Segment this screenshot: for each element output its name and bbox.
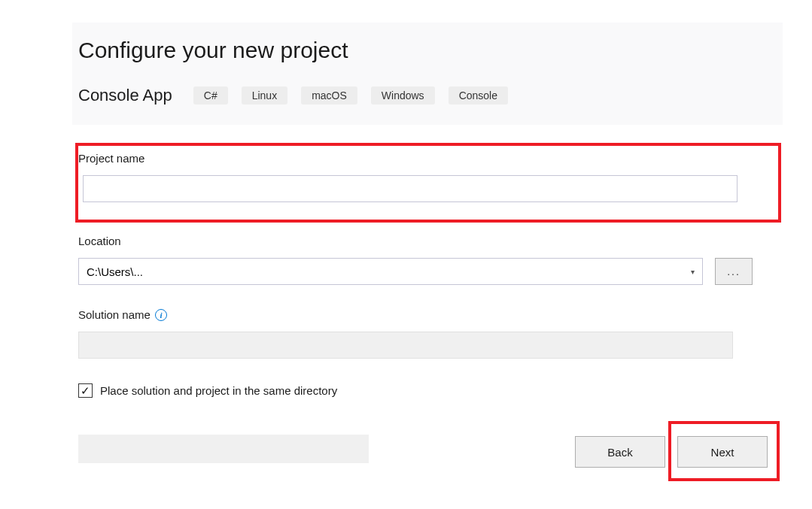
same-directory-checkbox-row: ✓ Place solution and project in the same… [78, 383, 337, 398]
new-project-dialog: Configure your new project Console App C… [72, 23, 783, 125]
next-button[interactable]: Next [677, 436, 768, 468]
back-button[interactable]: Back [575, 436, 665, 468]
template-row: Console App C# Linux macOS Windows Conso… [72, 86, 783, 105]
solution-name-input [78, 332, 733, 359]
dialog-title: Configure your new project [72, 38, 783, 63]
location-group: Location C:\Users\... ▾ ... [78, 235, 778, 285]
project-name-input[interactable] [83, 175, 737, 202]
tag-console: Console [449, 86, 508, 105]
location-label: Location [78, 235, 778, 247]
location-value: C:\Users\... [87, 265, 143, 278]
project-name-label: Project name [78, 152, 778, 165]
solution-name-group: Solution name i [78, 308, 778, 359]
check-icon: ✓ [81, 385, 90, 396]
same-directory-checkbox[interactable]: ✓ [78, 383, 93, 398]
bottom-bar-bg [78, 435, 369, 463]
solution-name-label-row: Solution name i [78, 308, 778, 321]
solution-name-label: Solution name [78, 308, 151, 321]
chevron-down-icon: ▾ [691, 268, 695, 276]
template-name: Console App [78, 86, 172, 105]
info-icon[interactable]: i [155, 309, 167, 321]
dialog-button-row: Back Next [575, 436, 768, 468]
browse-button[interactable]: ... [715, 258, 753, 285]
tag-windows: Windows [371, 86, 435, 105]
tag-linux: Linux [242, 86, 287, 105]
project-name-group: Project name [78, 152, 778, 202]
same-directory-label: Place solution and project in the same d… [100, 384, 337, 397]
location-select[interactable]: C:\Users\... ▾ [78, 258, 703, 285]
tag-macos: macOS [301, 86, 357, 105]
tag-csharp: C# [193, 86, 228, 105]
